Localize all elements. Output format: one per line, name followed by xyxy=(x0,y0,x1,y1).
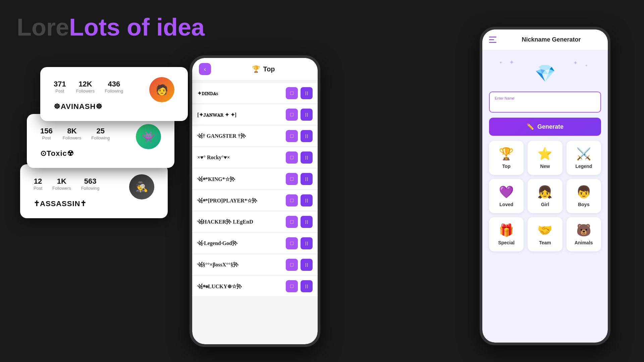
top-title-text: Top xyxy=(263,65,275,73)
card-3-post-count: 12 xyxy=(34,177,42,186)
share-btn-6[interactable]: ⁞⁞ xyxy=(301,216,313,228)
phone-1-inner: ‹ 🏆 Top ✦ᴅɪɴᴅᴀs □ ⁞⁞ [✦ᴊᴀɴᴡᴀʀ ✦ ✦] □ ⁞⁞ … xyxy=(192,58,318,344)
list-item[interactable]: ꧁HACKER꧂ LEgEnD □ ⁞⁞ xyxy=(192,212,318,232)
category-card-legend[interactable]: ⚔️ Legend xyxy=(567,141,601,175)
name-actions-6: □ ⁞⁞ xyxy=(286,216,313,228)
legend-icon: ⚔️ xyxy=(570,147,598,161)
header-highlight-text: Lots of idea xyxy=(69,14,205,41)
copy-btn-1[interactable]: □ xyxy=(286,109,298,121)
name-actions-0: □ ⁞⁞ xyxy=(286,87,313,99)
phone-1-title: 🏆 Top xyxy=(252,65,275,73)
name-actions-5: □ ⁞⁞ xyxy=(286,194,313,206)
list-item[interactable]: [✦ᴊᴀɴᴡᴀʀ ✦ ✦] □ ⁞⁞ xyxy=(192,105,318,125)
category-card-loved[interactable]: 💜 Loved xyxy=(489,179,524,213)
name-actions-4: □ ⁞⁞ xyxy=(286,173,313,185)
generator-header: Nickname Generator xyxy=(482,29,608,50)
list-item[interactable]: ꧁·Legend·God꧂ □ ⁞⁞ xyxy=(192,233,318,254)
top-label: Top xyxy=(492,164,520,169)
card-3-avatar: 🕵️ xyxy=(129,174,154,199)
profile-card-1: 371 Post 12K Followers 436 Following 🧑 ☸… xyxy=(40,67,188,121)
card-1-followers: 12K Followers xyxy=(76,80,95,94)
share-btn-5[interactable]: ⁞⁞ xyxy=(301,194,313,206)
category-card-special[interactable]: 🎁 Special xyxy=(489,217,524,251)
card-3-name: ✝ASSASSIN✝ xyxy=(34,199,154,208)
share-btn-1[interactable]: ⁞⁞ xyxy=(301,109,313,121)
share-btn-0[interactable]: ⁞⁞ xyxy=(301,87,313,99)
name-actions-7: □ ⁞⁞ xyxy=(286,237,313,249)
girl-label: Girl xyxy=(531,202,559,207)
list-item[interactable]: ꧁☆⊕LUCKY⊕☆꧂ □ ⁞⁞ xyxy=(192,276,318,297)
card-1-post-count: 371 xyxy=(54,80,66,88)
back-icon: ‹ xyxy=(204,66,206,73)
name-text-1: [✦ᴊᴀɴᴡᴀʀ ✦ ✦] xyxy=(197,112,286,118)
copy-btn-7[interactable]: □ xyxy=(286,237,298,249)
category-grid: 🏆 Top ⭐ New ⚔️ Legend 💜 Loved 👧 Girl 👦 B… xyxy=(489,141,601,251)
profile-card-2: 156 Post 8K Followers 25 Following 👾 ⊙To… xyxy=(27,114,174,168)
diamond-section: ✦ ✦ ✦ ✦ 💎 xyxy=(489,57,601,86)
share-btn-9[interactable]: ⁞⁞ xyxy=(301,280,313,292)
card-2-followers-count: 8K xyxy=(63,127,82,135)
card-2-stats: 156 Post 8K Followers 25 Following xyxy=(40,127,110,140)
copy-btn-9[interactable]: □ xyxy=(286,280,298,292)
card-3-followers-count: 1K xyxy=(52,177,71,186)
top-trophy-icon: 🏆 xyxy=(252,65,260,73)
profile-card-3: 12 Post 1K Followers 563 Following 🕵️ ✝A… xyxy=(20,164,168,218)
copy-btn-0[interactable]: □ xyxy=(286,87,298,99)
generate-label: Generate xyxy=(537,123,564,130)
profile-cards-area: 12 Post 1K Followers 563 Following 🕵️ ✝A… xyxy=(20,67,195,255)
back-button[interactable]: ‹ xyxy=(199,63,211,75)
name-text-6: ꧁HACKER꧂ LEgEnD xyxy=(197,219,286,225)
category-card-animals[interactable]: 🐻 Animals xyxy=(567,217,601,251)
share-btn-2[interactable]: ⁞⁞ xyxy=(301,130,313,142)
copy-btn-2[interactable]: □ xyxy=(286,130,298,142)
share-btn-7[interactable]: ⁞⁞ xyxy=(301,237,313,249)
team-icon: 🤝 xyxy=(531,223,559,237)
card-1-followers-count: 12K xyxy=(76,80,95,88)
list-item[interactable]: ꧁☆*[PRO]PLAYER*☆꧂ □ ⁞⁞ xyxy=(192,190,318,211)
category-card-girl[interactable]: 👧 Girl xyxy=(528,179,562,213)
copy-btn-8[interactable]: □ xyxy=(286,259,298,271)
share-btn-4[interactable]: ⁞⁞ xyxy=(301,173,313,185)
card-1-followers-label: Followers xyxy=(76,88,95,94)
pencil-icon: ✏️ xyxy=(527,123,534,130)
list-item[interactable]: ꧁§°°×βossX°°§꧂ □ ⁞⁞ xyxy=(192,255,318,275)
card-2-post: 156 Post xyxy=(40,127,53,140)
list-item[interactable]: ×♥° Rocky°♥× □ ⁞⁞ xyxy=(192,147,318,168)
share-btn-3[interactable]: ⁞⁞ xyxy=(301,152,313,164)
category-card-team[interactable]: 🤝 Team xyxy=(528,217,562,251)
loved-icon: 💜 xyxy=(492,185,520,199)
copy-btn-6[interactable]: □ xyxy=(286,216,298,228)
card-1-following-label: Following xyxy=(105,88,123,94)
card-3-followers: 1K Followers xyxy=(52,177,71,191)
copy-btn-3[interactable]: □ xyxy=(286,152,298,164)
menu-icon[interactable] xyxy=(489,37,496,43)
card-1-stats: 371 Post 12K Followers 436 Following xyxy=(54,80,123,94)
phone-1: ‹ 🏆 Top ✦ᴅɪɴᴅᴀs □ ⁞⁞ [✦ᴊᴀɴᴡᴀʀ ✦ ✦] □ ⁞⁞ … xyxy=(190,55,320,347)
card-3-post-label: Post xyxy=(34,186,42,191)
name-input[interactable] xyxy=(495,102,595,108)
name-text-5: ꧁☆*[PRO]PLAYER*☆꧂ xyxy=(197,197,286,204)
list-item[interactable]: ✦ᴅɪɴᴅᴀs □ ⁞⁞ xyxy=(192,83,318,104)
name-actions-2: □ ⁞⁞ xyxy=(286,130,313,142)
list-item[interactable]: ꧁† GANG$TER †꧂ □ ⁞⁞ xyxy=(192,126,318,146)
enter-name-section: Enter Name xyxy=(489,92,601,113)
new-label: New xyxy=(531,164,559,169)
list-item[interactable]: ꧁☆*KING*☆꧂ □ ⁞⁞ xyxy=(192,169,318,189)
name-actions-8: □ ⁞⁞ xyxy=(286,259,313,271)
boys-label: Boys xyxy=(570,202,598,207)
top-icon: 🏆 xyxy=(492,147,520,161)
card-1-name: ☸AVINASH☸ xyxy=(54,102,174,111)
name-text-7: ꧁·Legend·God꧂ xyxy=(197,240,286,246)
generate-button[interactable]: ✏️ Generate xyxy=(489,118,601,136)
share-btn-8[interactable]: ⁞⁞ xyxy=(301,259,313,271)
special-icon: 🎁 xyxy=(492,223,520,237)
category-card-new[interactable]: ⭐ New xyxy=(528,141,562,175)
boys-icon: 👦 xyxy=(570,185,598,199)
category-card-boys[interactable]: 👦 Boys xyxy=(567,179,601,213)
name-list[interactable]: ✦ᴅɪɴᴅᴀs □ ⁞⁞ [✦ᴊᴀɴᴡᴀʀ ✦ ✦] □ ⁞⁞ ꧁† GANG$… xyxy=(192,80,318,343)
card-2-followers: 8K Followers xyxy=(63,127,82,140)
copy-btn-5[interactable]: □ xyxy=(286,194,298,206)
category-card-top[interactable]: 🏆 Top xyxy=(489,141,524,175)
copy-btn-4[interactable]: □ xyxy=(286,173,298,185)
card-3-following: 563 Following xyxy=(81,177,100,191)
